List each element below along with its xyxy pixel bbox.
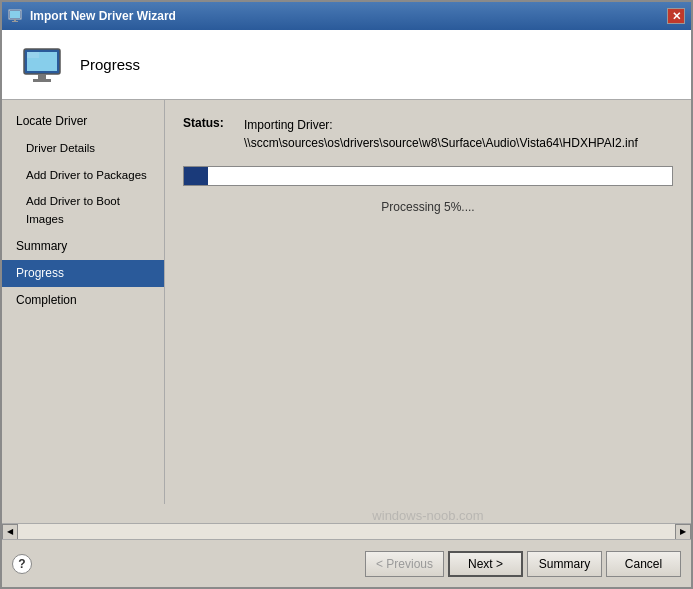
svg-rect-7 (33, 79, 51, 82)
footer-left: ? (12, 554, 32, 574)
footer-buttons: < Previous Next > Summary Cancel (365, 551, 681, 577)
status-line2: \\sccm\sources\os\drivers\source\w8\Surf… (244, 134, 638, 152)
content-area: Locate Driver Driver Details Add Driver … (2, 100, 691, 504)
status-row: Status: Importing Driver: \\sccm\sources… (183, 116, 673, 152)
svg-rect-2 (14, 19, 16, 21)
status-line1: Importing Driver: (244, 116, 638, 134)
main-panel: Status: Importing Driver: \\sccm\sources… (165, 100, 691, 504)
title-bar: Import New Driver Wizard ✕ (2, 2, 691, 30)
scroll-left-button[interactable]: ◀ (2, 524, 18, 540)
processing-text: Processing 5%.... (183, 200, 673, 214)
sidebar-item-locate-driver[interactable]: Locate Driver (2, 108, 164, 135)
help-button[interactable]: ? (12, 554, 32, 574)
sidebar-item-progress[interactable]: Progress (2, 260, 164, 287)
sidebar: Locate Driver Driver Details Add Driver … (2, 100, 165, 504)
close-button[interactable]: ✕ (667, 8, 685, 24)
wizard-icon (18, 41, 66, 89)
sidebar-item-completion[interactable]: Completion (2, 287, 164, 314)
scroll-right-button[interactable]: ▶ (675, 524, 691, 540)
svg-rect-8 (27, 52, 39, 58)
wizard-window: Import New Driver Wizard ✕ Progress Loca… (0, 0, 693, 589)
status-text: Importing Driver: \\sccm\sources\os\driv… (244, 116, 638, 152)
status-label: Status: (183, 116, 238, 130)
sidebar-item-summary[interactable]: Summary (2, 233, 164, 260)
watermark: windows-noob.com (2, 504, 691, 523)
title-bar-icon (8, 8, 24, 24)
previous-button[interactable]: < Previous (365, 551, 444, 577)
scrollbar-area: ◀ ▶ (2, 523, 691, 539)
sidebar-item-add-driver-boot[interactable]: Add Driver to Boot Images (2, 188, 164, 233)
sidebar-item-driver-details[interactable]: Driver Details (2, 135, 164, 161)
svg-rect-3 (12, 21, 18, 22)
progress-bar-fill (184, 167, 208, 185)
sidebar-item-add-driver-packages[interactable]: Add Driver to Packages (2, 162, 164, 188)
summary-button[interactable]: Summary (527, 551, 602, 577)
title-bar-text: Import New Driver Wizard (30, 9, 667, 23)
progress-bar-container (183, 166, 673, 186)
header-title: Progress (80, 56, 140, 73)
scroll-track[interactable] (18, 524, 675, 539)
svg-rect-1 (10, 11, 20, 18)
header-area: Progress (2, 30, 691, 100)
next-button[interactable]: Next > (448, 551, 523, 577)
cancel-button[interactable]: Cancel (606, 551, 681, 577)
footer: ? < Previous Next > Summary Cancel (2, 539, 691, 587)
svg-rect-6 (38, 74, 46, 79)
